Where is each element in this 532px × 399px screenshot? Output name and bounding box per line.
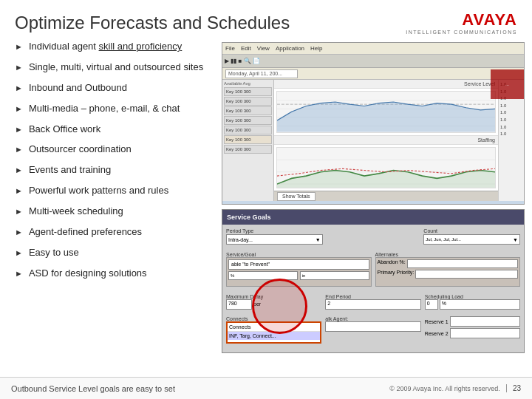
goal-value[interactable]: in bbox=[300, 271, 369, 280]
sl-row: 0 % bbox=[425, 299, 520, 310]
bullet-icon: ► bbox=[15, 206, 23, 216]
reserve2-row: Reserve 2 bbox=[425, 328, 520, 338]
dropdown-arrow[interactable]: ▼ bbox=[316, 237, 321, 242]
menu-item[interactable]: Edit bbox=[241, 45, 251, 52]
connect-field: Connects Connects INF, Targ, Connect... bbox=[226, 316, 321, 349]
end-period-input[interactable]: 2 bbox=[325, 299, 420, 310]
menu-item[interactable]: Application bbox=[276, 45, 304, 52]
address-bar: Monday, April 11, 200... bbox=[222, 68, 524, 80]
bullet-icon: ► bbox=[15, 165, 23, 175]
reserve2-input[interactable] bbox=[450, 328, 520, 338]
toolbar-icons: ▶ ▮▮ ■ 🔍 📄 bbox=[225, 58, 260, 64]
page-title: Optimize Forecasts and Schedules bbox=[15, 13, 290, 33]
list-item: ► Individual agent skill and proficiency bbox=[15, 41, 214, 53]
item-text: Single, multi, virtual and outsourced si… bbox=[29, 61, 203, 74]
row3: Maximum Delay 780 per End Period 2 bbox=[226, 294, 520, 315]
panel-header: Available Avg bbox=[224, 81, 272, 86]
bullet-icon: ► bbox=[15, 227, 23, 237]
count-field: Count Jul, Jun, Jul, Jul... ▼ bbox=[423, 228, 520, 250]
alt-row-1: Abandon %: bbox=[378, 259, 519, 268]
bullet-icon: ► bbox=[15, 62, 23, 72]
primary-label: Primary Priority: bbox=[378, 270, 415, 279]
item-text: Individual agent skill and proficiency bbox=[29, 41, 182, 53]
item-text: Powerful work patterns and rules bbox=[29, 185, 168, 197]
connect-option-2[interactable]: INF, Targ, Connect... bbox=[228, 332, 320, 340]
screenshot-top: File Edit View Application Help ▶ ▮▮ ■ 🔍… bbox=[222, 42, 525, 205]
bullet-list: ► Individual agent skill and proficiency… bbox=[7, 41, 214, 381]
max-delay-value: 780 bbox=[228, 301, 237, 306]
period-type-input[interactable]: Intra-day... ▼ bbox=[226, 234, 323, 245]
service-goal-options: % in bbox=[228, 271, 369, 280]
service-goal-label: Service/Goal bbox=[226, 252, 372, 257]
period-type-field: Period Type Intra-day... ▼ bbox=[226, 228, 323, 250]
list-item: ► ASD for designing solutions bbox=[15, 267, 214, 280]
menu-item[interactable]: View bbox=[257, 45, 270, 52]
bullet-icon: ► bbox=[15, 144, 23, 154]
sl-val1[interactable]: 0 bbox=[425, 299, 438, 310]
chart-label: Service Level bbox=[274, 80, 498, 89]
red-highlight: ... bbox=[491, 69, 524, 99]
chart-svg bbox=[277, 92, 495, 132]
scheduling-load-label: Scheduling Load bbox=[425, 294, 520, 299]
tab-bar: Show Totals bbox=[274, 191, 498, 201]
bullet-icon: ► bbox=[15, 185, 23, 196]
staffing-svg bbox=[277, 148, 495, 188]
goal-percent[interactable]: % bbox=[228, 271, 298, 280]
logo-sub: INTELLIGENT COMMUNICATIONS bbox=[406, 30, 517, 35]
service-goal-section: Service/Goal able "to Prevent" % in bbox=[226, 252, 372, 292]
screen-body: Available Avg Key 100 300 Key 100 300 Ke… bbox=[222, 80, 524, 201]
list-item: ► Outsourcer coordination bbox=[15, 143, 214, 156]
tab-item[interactable]: Show Totals bbox=[277, 192, 316, 201]
address-field[interactable]: Monday, April 11, 200... bbox=[225, 69, 298, 78]
connect-dropdown[interactable]: Connects INF, Targ, Connect... bbox=[226, 321, 321, 344]
footer-right: © 2009 Avaya Inc. All rights reserved. 2… bbox=[389, 384, 521, 392]
alt-row-2: Primary Priority: bbox=[378, 270, 519, 279]
sl-val2[interactable]: % bbox=[440, 299, 520, 310]
item-text: ASD for designing solutions bbox=[29, 267, 147, 280]
item-text: Multi-week scheduling bbox=[29, 205, 123, 218]
alternates-section: Alternates Abandon %: Primary Priority: bbox=[375, 252, 521, 292]
max-delay-input[interactable]: 780 bbox=[226, 299, 252, 310]
logo-area: AVAYA INTELLIGENT COMMUNICATIONS bbox=[406, 10, 517, 35]
abandon-label: Abandon %: bbox=[378, 259, 406, 268]
alk-input[interactable] bbox=[325, 321, 420, 332]
max-delay-row: 780 per bbox=[226, 299, 321, 310]
per-label: per bbox=[253, 301, 261, 307]
panel-row: Key 100 300 bbox=[224, 106, 272, 115]
bullet-icon: ► bbox=[15, 41, 23, 52]
reserve1-label: Reserve 1 bbox=[425, 319, 449, 324]
period-type-value: Intra-day... bbox=[228, 237, 253, 242]
connect-option-1[interactable]: Connects bbox=[228, 323, 320, 332]
max-delay-field: Maximum Delay 780 per bbox=[226, 294, 321, 315]
logo-text: AVAYA bbox=[462, 10, 517, 30]
list-item: ► Multi-media – phone, e-mail, & chat bbox=[15, 103, 214, 115]
item-text: Back Office work bbox=[29, 123, 100, 136]
list-item: ► Back Office work bbox=[15, 123, 214, 136]
count-label: Count bbox=[423, 228, 520, 233]
item-text: Multi-media – phone, e-mail, & chat bbox=[29, 103, 180, 115]
reserve-fields: Reserve 1 Reserve 2 bbox=[425, 316, 520, 349]
underline-text: skill and proficiency bbox=[99, 41, 183, 52]
menu-item[interactable]: File bbox=[225, 45, 235, 52]
reserve1-input[interactable] bbox=[450, 316, 520, 327]
screen-right-panel: 1.01.01.01.01.01.01.01.0 ... bbox=[498, 80, 524, 201]
list-item: ► Multi-week scheduling bbox=[15, 205, 214, 218]
bullet-icon: ► bbox=[15, 124, 23, 134]
count-input[interactable]: Jul, Jun, Jul, Jul... ▼ bbox=[423, 234, 520, 245]
dropdown-arrow-2[interactable]: ▼ bbox=[513, 237, 518, 242]
screenshot-bottom: Service Goals Period Type Intra-day... ▼… bbox=[222, 209, 525, 353]
footer: Outbound Service Level goals are easy to… bbox=[0, 377, 532, 399]
footer-caption: Outbound Service Level goals are easy to… bbox=[11, 384, 175, 393]
bullet-icon: ► bbox=[15, 268, 23, 279]
count-value: Jul, Jun, Jul, Jul... bbox=[426, 237, 461, 242]
spacer bbox=[325, 228, 422, 250]
end-period-field: End Period 2 bbox=[325, 294, 420, 315]
abandon-input[interactable] bbox=[407, 259, 518, 268]
staffing-chart bbox=[276, 147, 496, 189]
alternates-label: Alternates bbox=[375, 252, 521, 257]
screen-main-panel: Service Level bbox=[274, 80, 498, 201]
service-goal-box: able "to Prevent" % in bbox=[226, 257, 372, 287]
menu-item[interactable]: Help bbox=[310, 45, 322, 52]
service-goal-input[interactable]: able "to Prevent" bbox=[228, 259, 369, 270]
primary-input[interactable] bbox=[415, 270, 518, 279]
